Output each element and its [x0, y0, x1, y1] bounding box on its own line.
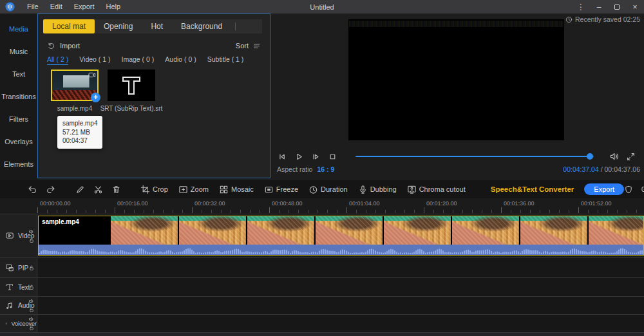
sidebar-item-text[interactable]: Text [0, 62, 37, 85]
sidebar-item-music[interactable]: Music [0, 40, 37, 62]
duration-tool[interactable]: Duration [308, 185, 348, 194]
sort-button[interactable]: Sort [236, 42, 261, 50]
export-button[interactable]: Export [584, 183, 624, 195]
tab-opening[interactable]: Opening [95, 19, 142, 33]
mute-track-icon[interactable] [28, 316, 35, 322]
tab-local-mat[interactable]: Local mat [43, 19, 95, 33]
ruler-major-tick [115, 207, 115, 213]
ruler-label: 00:01:20.00 [426, 200, 457, 207]
filter-subtitle[interactable]: Subtitle ( 1 ) [207, 55, 244, 65]
tool-label: Mosaic [231, 185, 254, 193]
volume-button[interactable] [609, 151, 620, 162]
delete-button[interactable] [111, 184, 121, 195]
audio-track-lane[interactable] [38, 297, 644, 314]
dubbing-tool[interactable]: Dubbing [358, 185, 397, 194]
tool-label: Dubbing [370, 185, 397, 193]
stop-button[interactable] [327, 151, 338, 162]
ruler-minor-ticks [37, 210, 644, 213]
ruler-major-tick [37, 207, 38, 213]
lock-track-icon[interactable] [28, 237, 35, 243]
next-frame-button[interactable] [310, 151, 321, 162]
filter-all[interactable]: All ( 2 ) [47, 55, 68, 65]
text-track-lane[interactable] [38, 278, 644, 296]
media-item-subtitle[interactable]: SRT (SubRip Text).srt [108, 70, 155, 112]
kebab-menu-icon[interactable]: ⋮ [572, 0, 590, 14]
sidebar-item-elements[interactable]: Elements [0, 153, 37, 175]
timeline-ruler[interactable]: 00:00:00.0000:00:16.0000:00:32.0000:00:4… [0, 198, 644, 213]
film-frame [589, 216, 643, 245]
text-track-icon [5, 283, 14, 292]
edit-button[interactable] [75, 184, 85, 195]
filter-video[interactable]: Video ( 1 ) [79, 55, 110, 65]
menu-edit[interactable]: Edit [44, 0, 68, 14]
preview-panel: Recently saved 02:25 [270, 14, 644, 180]
lock-track-icon[interactable] [28, 306, 35, 313]
dubbing-mic-icon [358, 185, 368, 194]
saved-status: Recently saved 02:25 [565, 15, 640, 23]
mute-track-icon[interactable] [28, 229, 35, 235]
tooltip-filename: sample.mp4 [62, 119, 97, 128]
video-clip[interactable]: sample.mp4 [38, 216, 644, 256]
close-button[interactable]: × [626, 0, 644, 14]
mosaic-tool[interactable]: Mosaic [219, 185, 254, 194]
media-item-name: SRT (SubRip Text).srt [100, 105, 163, 112]
sidebar-item-media[interactable]: Media [0, 17, 37, 40]
video-track-lane[interactable]: sample.mp4 [38, 214, 644, 257]
zoom-tool[interactable]: Zoom [178, 185, 209, 194]
ruler-label: 00:00:32.00 [194, 200, 225, 207]
video-thumbnail[interactable]: + [51, 70, 99, 101]
freeze-tool[interactable]: Freeze [264, 185, 298, 194]
sidebar-item-transitions[interactable]: Transitions [0, 85, 37, 107]
ruler-label: 00:00:16.00 [117, 200, 148, 207]
clip-head-segment: sample.mp4 [39, 216, 109, 245]
lock-track-icon[interactable] [28, 284, 35, 290]
add-to-timeline-button[interactable]: + [91, 93, 100, 102]
sidebar-item-filters[interactable]: Filters [0, 107, 37, 130]
previous-frame-button[interactable] [277, 151, 288, 162]
lock-track-icon[interactable] [28, 265, 35, 271]
filmstrip-frames [111, 216, 643, 245]
redo-button[interactable] [46, 184, 56, 195]
filter-audio[interactable]: Audio ( 0 ) [165, 55, 196, 65]
cut-button[interactable] [93, 184, 103, 195]
import-icon [47, 42, 55, 50]
chroma-cutout-tool[interactable]: Chroma cutout [407, 185, 466, 194]
fit-timeline-icon[interactable] [641, 185, 644, 194]
speech-text-converter-button[interactable]: Speech&Text Converter [491, 185, 574, 193]
play-button[interactable] [294, 151, 305, 162]
film-frame [520, 216, 587, 245]
timeline-scrollbar-area[interactable] [0, 332, 644, 336]
media-item-video[interactable]: + sample.mp4 [51, 70, 99, 112]
menu-help[interactable]: Help [100, 0, 127, 14]
tooltip-duration: 00:04:37 [62, 136, 97, 145]
filter-image[interactable]: Image ( 0 ) [122, 55, 155, 65]
film-frame [247, 216, 314, 245]
progress-handle[interactable] [587, 153, 593, 160]
fullscreen-button[interactable] [625, 151, 636, 162]
maximize-button[interactable] [608, 0, 626, 14]
mute-track-icon[interactable] [28, 298, 35, 304]
ruler-label: 00:01:04.00 [349, 200, 380, 207]
playback-progress-bar[interactable] [355, 152, 594, 161]
import-button[interactable]: Import [47, 42, 80, 50]
tab-hot[interactable]: Hot [142, 19, 172, 33]
crop-tool[interactable]: Crop [140, 185, 168, 194]
pip-track-lane[interactable] [38, 258, 644, 277]
tab-background[interactable]: Background [172, 19, 231, 33]
ruler-major-tick [424, 207, 424, 213]
video-track-icon [5, 231, 14, 240]
minimize-button[interactable]: – [590, 0, 608, 14]
menu-file[interactable]: File [21, 0, 44, 14]
menu-export[interactable]: Export [68, 0, 100, 14]
lock-track-icon[interactable] [28, 324, 35, 331]
zoom-frame-icon [178, 185, 188, 194]
sidebar-item-overlays[interactable]: Overlays [0, 130, 37, 153]
voiceover-track-header: Voiceover [0, 315, 37, 332]
voiceover-track-lane[interactable] [38, 315, 644, 332]
transport-controls [277, 149, 636, 163]
srt-thumbnail[interactable] [108, 70, 155, 101]
aspect-ratio-value[interactable]: 16 : 9 [317, 165, 334, 173]
undo-button[interactable] [27, 184, 37, 195]
marker-shield-icon[interactable] [624, 185, 633, 194]
ruler-label: 00:01:52.00 [581, 200, 612, 207]
